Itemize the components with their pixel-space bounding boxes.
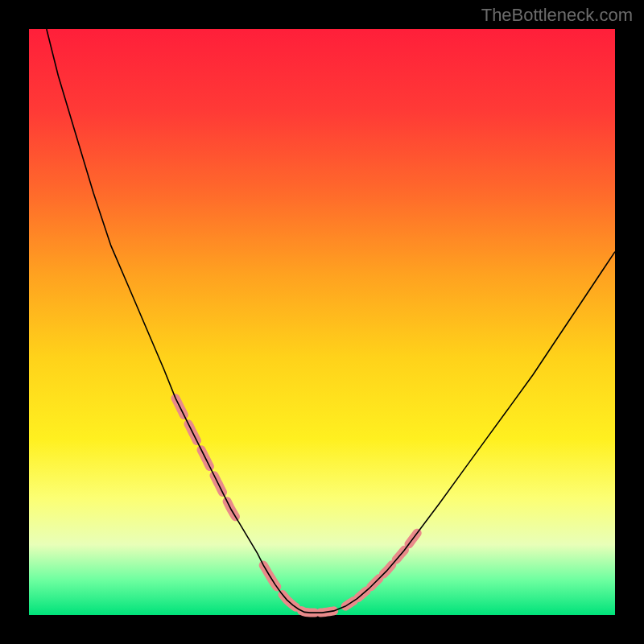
chart-svg xyxy=(29,29,615,615)
highlight-valley-floor xyxy=(263,565,334,613)
chart-frame: TheBottleneck.com xyxy=(0,0,644,644)
bottleneck-curve-line xyxy=(47,29,615,613)
attribution-text: TheBottleneck.com xyxy=(481,5,633,26)
highlight-right-ascent xyxy=(345,533,417,606)
